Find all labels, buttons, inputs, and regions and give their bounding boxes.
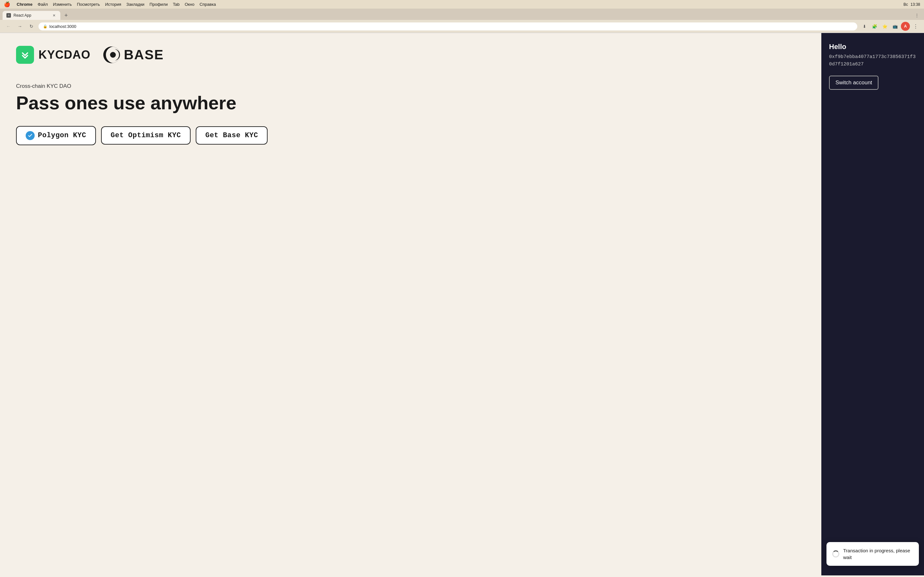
checkmark-icon xyxy=(27,133,33,139)
action-buttons: Polygon KYC Get Optimism KYC Get Base KY… xyxy=(16,126,805,145)
menu-time: Вс xyxy=(903,2,908,7)
polygon-kyc-button[interactable]: Polygon KYC xyxy=(16,126,96,145)
kycdao-text: KYCDAO xyxy=(39,48,90,61)
profile-avatar[interactable]: A xyxy=(901,22,910,31)
right-sidebar: Hello 0xf9b7ebba4077a1773c73856371f30d7f… xyxy=(821,33,924,575)
tagline-section: Cross-chain KYC DAO Pass ones use anywhe… xyxy=(16,83,805,113)
apple-menu[interactable]: 🍎 xyxy=(4,1,10,7)
tab-favicon: ⚛ xyxy=(6,13,11,18)
polygon-kyc-label: Polygon KYC xyxy=(38,131,86,139)
svg-point-1 xyxy=(108,50,118,59)
tab-bar-menu[interactable]: ⋮ xyxy=(913,11,921,20)
tagline-subtitle: Cross-chain KYC DAO xyxy=(16,83,805,89)
menu-file[interactable]: Файл xyxy=(37,2,48,7)
tab-close-button[interactable]: ✕ xyxy=(51,13,57,18)
tab-bar-controls: ⋮ xyxy=(913,11,921,20)
switch-account-button[interactable]: Switch account xyxy=(829,76,879,90)
more-options-icon[interactable]: ⋮ xyxy=(911,22,920,31)
back-button[interactable]: ← xyxy=(4,22,13,31)
app-main: KYCDAO BASE Cross-chain KYC DAO Pass one… xyxy=(0,33,821,575)
menu-help[interactable]: Справка xyxy=(200,2,216,7)
greeting-text: Hello xyxy=(829,43,916,51)
lock-icon: 🔒 xyxy=(43,24,47,29)
logo-area: KYCDAO BASE xyxy=(16,46,805,64)
extensions-icon[interactable]: 🧩 xyxy=(870,22,879,31)
base-kyc-button[interactable]: Get Base KYC xyxy=(196,126,268,145)
svg-point-0 xyxy=(103,47,120,63)
base-symbol xyxy=(103,47,120,63)
forward-button[interactable]: → xyxy=(15,22,24,31)
optimism-kyc-label: Get Optimism KYC xyxy=(111,131,181,139)
app-name[interactable]: Chrome xyxy=(17,2,32,7)
kycdao-icon xyxy=(16,46,34,64)
address-bar: ← → ↻ 🔒 localhost:3000 ⬇ 🧩 ⭐ 📺 A ⋮ xyxy=(0,20,924,33)
reload-button[interactable]: ↻ xyxy=(27,22,36,31)
menu-window[interactable]: Окно xyxy=(185,2,194,7)
cast-icon[interactable]: 📺 xyxy=(891,22,900,31)
wallet-address: 0xf9b7ebba4077a1773c73856371f30d7f1201a6… xyxy=(829,53,916,68)
browser-content: KYCDAO BASE Cross-chain KYC DAO Pass one… xyxy=(0,33,924,575)
menu-bar-right: Вс 13:38 xyxy=(903,2,920,7)
tagline-headline: Pass ones use anywhere xyxy=(16,93,805,113)
menu-profiles[interactable]: Профили xyxy=(150,2,168,7)
new-tab-button[interactable]: + xyxy=(61,11,71,20)
tab-title: React App xyxy=(13,13,49,18)
base-icon xyxy=(103,47,120,63)
bookmark-icon[interactable]: ⭐ xyxy=(880,22,889,31)
browser-chrome: ⚛ React App ✕ + ⋮ ← → ↻ 🔒 localhost:3000… xyxy=(0,9,924,33)
download-icon[interactable]: ⬇ xyxy=(860,22,869,31)
menu-bookmarks[interactable]: Закладки xyxy=(126,2,144,7)
tab-bar: ⚛ React App ✕ + ⋮ xyxy=(0,9,924,20)
menu-bar: 🍎 Chrome Файл Изменить Посмотреть Истори… xyxy=(0,0,924,9)
kycdao-logo: KYCDAO xyxy=(16,46,90,64)
transaction-toast: Transaction in progress, please wait xyxy=(827,542,919,566)
menu-clock: 13:38 xyxy=(911,2,920,7)
base-text: BASE xyxy=(124,47,164,63)
menu-view[interactable]: Посмотреть xyxy=(77,2,100,7)
base-logo: BASE xyxy=(103,47,164,63)
base-kyc-label: Get Base KYC xyxy=(205,131,258,139)
loading-spinner xyxy=(832,550,839,558)
menu-history[interactable]: История xyxy=(105,2,121,7)
menu-edit[interactable]: Изменить xyxy=(53,2,72,7)
optimism-kyc-button[interactable]: Get Optimism KYC xyxy=(101,126,191,145)
kycdao-symbol xyxy=(20,50,30,60)
active-tab[interactable]: ⚛ React App ✕ xyxy=(3,11,60,20)
menu-tab[interactable]: Tab xyxy=(173,2,180,7)
address-input[interactable]: 🔒 localhost:3000 xyxy=(39,23,857,31)
toolbar-icons: ⬇ 🧩 ⭐ 📺 A ⋮ xyxy=(860,22,920,31)
polygon-kyc-icon xyxy=(26,131,35,140)
url-text[interactable]: localhost:3000 xyxy=(49,24,76,29)
toast-message: Transaction in progress, please wait xyxy=(843,547,913,561)
